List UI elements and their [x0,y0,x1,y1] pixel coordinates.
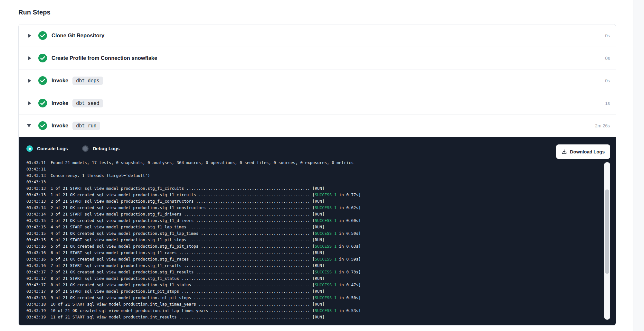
chevron-right-icon[interactable] [28,78,31,83]
check-circle-icon [38,121,47,130]
log-success-token: SUCCESS 1 [315,192,337,197]
log-line: 03:43:16 6 of 21 OK created sql view mod… [26,256,603,262]
step-row[interactable]: Invoke dbt seed 1s [19,92,616,115]
log-success-token: SUCCESS 1 [315,295,337,300]
step-label: Invoke [52,78,68,84]
log-success-token: SUCCESS 1 [315,257,337,262]
radio-label[interactable]: Console Logs [37,146,68,151]
log-line: 03:43:17 8 of 21 OK created sql view mod… [26,282,603,288]
log-line: 03:43:13 1 of 21 OK created sql view mod… [26,192,603,198]
run-steps-list: Clone Git Repository 0s Create Profile f… [19,24,616,137]
log-line: 03:43:19 10 of 21 OK created sql view mo… [26,308,603,314]
console-log-lines: 03:43:11 Found 21 models, 17 tests, 0 sn… [19,161,603,320]
step-label: Invoke [52,123,68,129]
download-icon [562,149,567,154]
log-success-token: SUCCESS 1 [315,218,337,223]
log-line: 03:43:15 4 of 21 OK created sql view mod… [26,230,603,237]
check-circle-icon [38,99,47,107]
log-line: 03:43:16 7 of 21 START sql view model pr… [26,262,603,269]
step-duration: 0s [605,33,610,38]
log-line: 03:43:15 4 of 21 START sql view model pr… [26,224,603,230]
chevron-right-icon[interactable] [28,56,31,60]
step-row[interactable]: Invoke dbt deps 0s [19,69,616,92]
step-command-badge: dbt deps [72,77,103,85]
log-line: 03:43:11 Found 21 models, 17 tests, 0 sn… [26,161,603,166]
step-command-badge: dbt seed [72,99,103,107]
step-label: Invoke [52,100,68,106]
log-line: 03:43:13 [26,179,603,185]
check-circle-icon [38,31,47,40]
page-right-gutter [633,0,644,331]
log-line: 03:43:14 2 of 21 OK created sql view mod… [26,205,603,211]
log-line: 03:43:18 9 of 21 OK created sql view mod… [26,295,603,301]
log-line: 03:43:13 Concurrency: 1 threads (target=… [26,172,603,179]
log-success-token: SUCCESS 1 [315,244,337,249]
log-type-radio-group: Console Logs Debug Logs [26,145,120,152]
page-title: Run Steps [18,9,51,16]
chevron-right-icon[interactable] [28,101,31,106]
log-line: 03:43:17 9 of 21 START sql view model pr… [26,288,603,295]
check-circle-icon [38,54,47,62]
log-line: 03:43:15 5 of 21 START sql view model pr… [26,237,603,243]
log-line: 03:43:17 7 of 21 OK created sql view mod… [26,269,603,275]
log-line: 03:43:13 1 of 21 START sql view model pr… [26,185,603,192]
log-line: 03:43:19 11 of 21 START sql view model p… [26,314,603,320]
download-logs-button[interactable]: Download Logs [556,144,610,159]
log-line: 03:43:15 3 of 21 OK created sql view mod… [26,217,603,224]
step-row[interactable]: Invoke dbt run 2m 26s [19,115,616,137]
log-line: 03:43:13 2 of 21 START sql view model pr… [26,198,603,205]
radio-unselected-icon[interactable] [82,145,89,152]
radio-label[interactable]: Debug Logs [93,146,120,151]
radio-console-logs[interactable]: Console Logs [26,145,68,152]
log-scrollbar-track [604,162,610,320]
log-panel-toolbar: Console Logs Debug Logs Download Logs [19,137,616,160]
log-panel: Console Logs Debug Logs Download Logs 03… [19,137,616,325]
log-line: 03:43:14 3 of 21 START sql view model pr… [26,211,603,217]
step-row[interactable]: Create Profile from Connection snowflake… [19,47,616,69]
step-row[interactable]: Clone Git Repository 0s [19,24,616,47]
step-duration: 0s [605,56,610,61]
log-line: 03:43:17 8 of 21 START sql view model pr… [26,275,603,282]
step-duration: 0s [605,78,610,83]
step-label: Clone Git Repository [52,32,104,39]
step-duration: 2m 26s [595,123,610,128]
chevron-down-icon[interactable] [27,124,31,127]
log-scrollbar-thumb[interactable] [605,189,609,274]
log-success-token: SUCCESS 1 [315,205,337,210]
check-circle-icon [38,76,47,85]
step-label: Create Profile from Connection snowflake [52,55,157,61]
radio-debug-logs[interactable]: Debug Logs [82,145,120,152]
step-command-badge: dbt run [72,122,100,130]
log-success-token: SUCCESS 1 [315,308,337,313]
log-line: 03:43:16 6 of 21 START sql view model pr… [26,250,603,256]
log-line: 03:43:18 10 of 21 START sql view model p… [26,301,603,308]
chevron-right-icon[interactable] [28,33,31,38]
radio-selected-icon[interactable] [26,145,33,152]
log-success-token: SUCCESS 1 [315,282,337,287]
download-logs-label: Download Logs [570,149,605,154]
log-line: 03:43:11 [26,166,603,172]
log-line: 03:43:16 5 of 21 OK created sql view mod… [26,243,603,250]
console-log-viewport: 03:43:11 Found 21 models, 17 tests, 0 sn… [19,161,603,323]
step-duration: 1s [605,101,610,106]
log-success-token: SUCCESS 1 [315,231,337,236]
log-success-token: SUCCESS 1 [315,270,337,274]
run-steps-card: Clone Git Repository 0s Create Profile f… [18,24,616,326]
